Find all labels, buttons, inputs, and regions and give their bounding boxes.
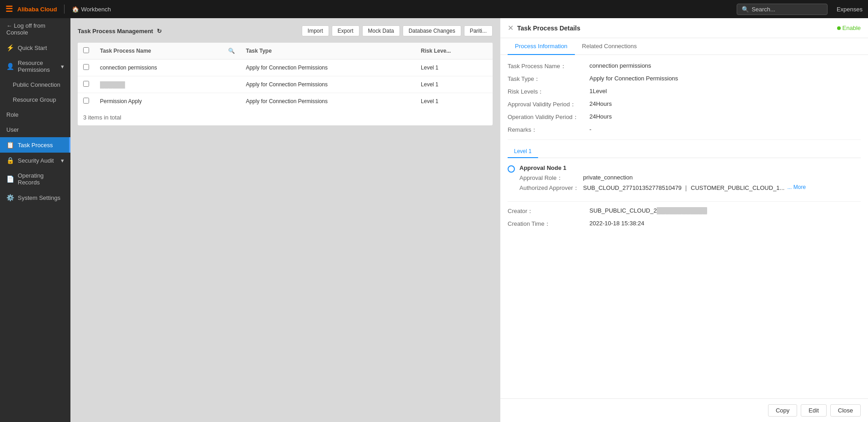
enable-label: Enable: [843, 25, 861, 31]
main-layout: ← Log off from Console ⚡ Quick Start 👤 R…: [0, 18, 868, 422]
select-all-col: [78, 43, 95, 60]
sidebar-item-system-settings[interactable]: ⚙️ System Settings: [0, 190, 70, 205]
close-icon[interactable]: ✕: [508, 24, 514, 32]
panel-header: Task Process Management ↻ Import Export …: [78, 25, 493, 36]
tab-related-connections[interactable]: Related Connections: [575, 38, 644, 55]
remarks-value: -: [589, 126, 591, 133]
detail-panel: ✕ Task Process Details Enable Process In…: [500, 18, 868, 422]
search-bar[interactable]: 🔍 Search...: [737, 4, 828, 15]
task-process-icon: 📋: [6, 141, 14, 149]
sidebar-item-resource-permissions[interactable]: 👤 Resource Permissions ▾: [0, 55, 70, 77]
enable-badge: Enable: [837, 25, 861, 31]
approval-role-label: Approval Role：: [519, 174, 583, 182]
brand-logo: Alibaba Cloud: [17, 6, 57, 13]
row-task-type: Apply for Connection Permissions: [240, 60, 415, 76]
refresh-icon[interactable]: ↻: [157, 28, 162, 35]
sidebar-item-task-process[interactable]: 📋 Task Process: [0, 137, 70, 153]
sidebar-item-label: System Settings: [18, 194, 60, 201]
detail-row-type: Task Type： Apply for Connection Permissi…: [508, 75, 861, 83]
more-link[interactable]: ... More: [787, 184, 806, 190]
row-name: ██████: [95, 76, 223, 93]
expenses-label[interactable]: Expenses: [837, 6, 863, 13]
table-row[interactable]: Permission Apply Apply for Connection Pe…: [78, 93, 493, 110]
select-all-checkbox[interactable]: [83, 47, 89, 53]
sidebar-item-operating-records[interactable]: 📄 Operating Records: [0, 168, 70, 190]
separator: [508, 139, 861, 140]
detail-header: ✕ Task Process Details Enable: [500, 18, 868, 38]
row-checkbox-cell: [78, 93, 95, 110]
sidebar-item-label: Task Process: [18, 142, 53, 149]
row-empty: [223, 60, 240, 76]
operation-validity-value: 24Hours: [589, 113, 612, 120]
row-checkbox[interactable]: [83, 81, 89, 87]
tab-process-information[interactable]: Process Information: [508, 38, 575, 55]
security-audit-icon: 🔒: [6, 157, 14, 164]
sidebar-item-user[interactable]: User: [0, 122, 70, 137]
sidebar-item-resource-group[interactable]: Resource Group: [0, 92, 70, 107]
table-header-row: Task Process Name 🔍 Task Type Risk Leve.…: [78, 43, 493, 60]
page-title: Task Process Management ↻: [78, 28, 162, 35]
approval-validity-value: 24Hours: [589, 100, 612, 107]
task-process-table: Task Process Name 🔍 Task Type Risk Leve.…: [78, 43, 493, 109]
export-button[interactable]: Export: [332, 25, 359, 36]
table-row[interactable]: ██████ Apply for Connection Permissions …: [78, 76, 493, 93]
approval-approver-value: SUB_CLOUD_277101352778510479 ｜ CUSTOMER_…: [583, 184, 784, 192]
search-icon: 🔍: [742, 6, 749, 13]
detail-row-remarks: Remarks： -: [508, 126, 861, 134]
sidebar-item-security-audit[interactable]: 🔒 Security Audit ▾: [0, 153, 70, 168]
resource-permissions-icon: 👤: [6, 63, 14, 70]
sidebar-item-label: Operating Records: [18, 172, 64, 186]
table-footer: 3 items in total: [78, 109, 493, 125]
table-row[interactable]: connection permissions Apply for Connect…: [78, 60, 493, 76]
mock-data-button[interactable]: Mock Data: [362, 25, 400, 36]
home-icon: 🏠: [72, 6, 79, 13]
task-process-name-label: Task Process Name：: [508, 62, 589, 70]
row-checkbox-cell: [78, 76, 95, 93]
detail-row-approval-validity: Approval Validity Period： 24Hours: [508, 100, 861, 109]
approval-node: Approval Node 1 Approval Role： private_c…: [508, 164, 861, 194]
row-checkbox[interactable]: [83, 98, 89, 104]
detail-row-operation-validity: Operation Validity Period： 24Hours: [508, 113, 861, 121]
task-process-name-value: connection permissions: [589, 62, 651, 69]
detail-row-risk: Risk Levels： 1Level: [508, 88, 861, 96]
sidebar-item-public-connection[interactable]: Public Connection: [0, 77, 70, 92]
sidebar-log-off[interactable]: ← Log off from Console: [0, 18, 70, 40]
row-checkbox[interactable]: [83, 64, 89, 70]
detail-title: Task Process Details: [517, 25, 833, 32]
detail-footer: Copy Edit Close: [500, 398, 868, 422]
detail-content: Task Process Name： connection permission…: [500, 55, 868, 398]
sidebar-item-label: Resource Permissions: [18, 60, 57, 73]
level-tabs: Level 1: [508, 145, 861, 158]
sidebar-item-role[interactable]: Role: [0, 107, 70, 122]
sidebar-item-quick-start[interactable]: ⚡ Quick Start: [0, 40, 70, 55]
risk-levels-label: Risk Levels：: [508, 88, 589, 96]
risk-levels-value: 1Level: [589, 88, 607, 94]
col-search[interactable]: 🔍: [223, 43, 240, 60]
sidebar-item-label: User: [6, 126, 19, 133]
row-task-type: Apply for Connection Permissions: [240, 93, 415, 110]
remarks-label: Remarks：: [508, 126, 589, 134]
edit-button[interactable]: Edit: [801, 404, 826, 417]
import-button[interactable]: Import: [302, 25, 329, 36]
nav-divider: [64, 5, 65, 14]
creation-time-value: 2022-10-18 15:38:24: [589, 220, 644, 227]
log-off-label: ← Log off from Console: [6, 22, 64, 36]
partiti-button[interactable]: Pariti...: [464, 25, 493, 36]
close-button[interactable]: Close: [830, 404, 861, 417]
workbench-link[interactable]: 🏠 Workbench: [72, 6, 111, 13]
detail-row-creation-time: Creation Time： 2022-10-18 15:38:24: [508, 220, 861, 228]
detail-tabs: Process Information Related Connections: [500, 38, 868, 55]
approval-approver-label: Authorized Approver：: [519, 184, 583, 192]
task-type-label: Task Type：: [508, 75, 589, 83]
approval-role-value: private_connection: [583, 174, 633, 181]
sidebar-item-label: Security Audit: [18, 157, 54, 164]
level-tab-1[interactable]: Level 1: [508, 145, 538, 158]
database-changes-button[interactable]: Database Changes: [403, 25, 461, 36]
copy-button[interactable]: Copy: [768, 404, 797, 417]
approval-node-content: Approval Node 1 Approval Role： private_c…: [519, 164, 861, 194]
system-settings-icon: ⚙️: [6, 194, 14, 201]
menu-icon[interactable]: ☰: [5, 4, 13, 14]
main-panel: Task Process Management ↻ Import Export …: [70, 18, 500, 422]
approval-role-row: Approval Role： private_connection: [519, 174, 861, 182]
quick-start-icon: ⚡: [6, 44, 14, 51]
